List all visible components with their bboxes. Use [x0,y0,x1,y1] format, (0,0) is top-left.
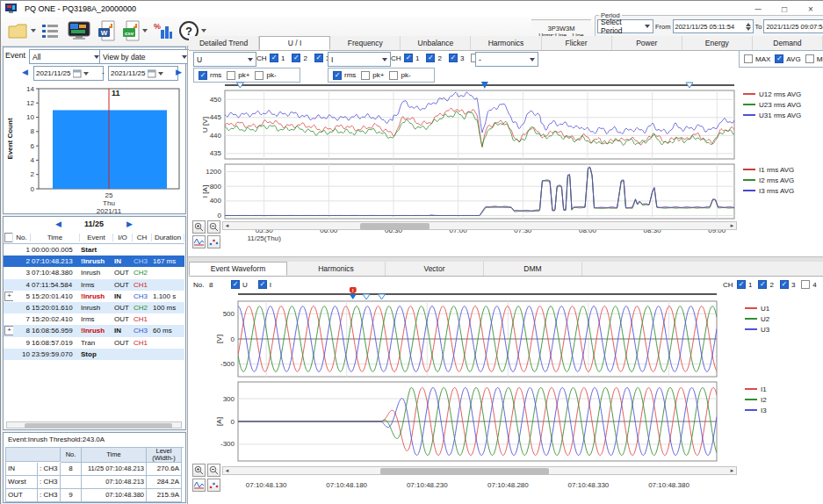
agg-min[interactable]: MIN [805,54,823,63]
checkbox-icon[interactable] [255,71,264,80]
checkbox-icon[interactable]: ✓ [449,54,458,62]
wave-marker-tool-button[interactable] [207,479,220,492]
i-ch-3[interactable]: ✓3 [449,54,464,62]
prev-day-button[interactable]: ◀ [22,68,28,76]
agg-max[interactable]: MAX [744,54,770,63]
date-from-field[interactable]: 2021/11/25 [33,66,104,81]
checkbox-icon[interactable] [227,71,235,80]
wave-zoom-in-button[interactable] [192,464,206,477]
event-row-10[interactable]: 1023:59:59.070Stop [4,349,184,360]
prev-list-day-button[interactable]: ◀ [55,220,61,228]
wave-zoom-out-button[interactable] [207,464,220,477]
checkbox-icon[interactable]: ✓ [270,54,278,62]
event-row-2[interactable]: 207:10:48.213!InrushINCH3167 ms [4,256,184,267]
checkbox-icon[interactable]: ✓ [292,54,300,62]
expand-cell[interactable]: + [4,292,13,301]
trend-zoom-in-button[interactable] [192,220,206,234]
event-row-9[interactable]: 916:08:57.019TranOUTCH1 [4,337,184,349]
agg-avg[interactable]: ✓AVG [775,54,800,63]
tab-energy[interactable]: Energy [682,36,753,50]
checkbox-icon[interactable] [805,54,814,63]
open-dropdown[interactable] [31,19,36,42]
waveform-scrollbar[interactable]: ◄ ► [222,466,737,475]
tab-vector[interactable]: Vector [386,262,484,276]
next-day-button[interactable]: ▶ [176,68,182,76]
scroll-right-icon[interactable]: ► [728,222,736,229]
checkbox-icon[interactable]: ✓ [404,54,413,62]
checkbox-icon[interactable] [389,71,398,80]
tab-dmm[interactable]: DMM [484,262,582,276]
tab-flicker[interactable]: Flicker [542,36,612,50]
trend-zoom-out-button[interactable] [207,220,220,234]
i-stat-rms[interactable]: ✓rms [333,71,356,80]
u-ch-1[interactable]: ✓1 [270,54,285,62]
csv-export-button[interactable]: csv [122,19,141,42]
spinner-icon[interactable] [746,23,751,31]
checkbox-icon[interactable]: ✓ [775,54,783,63]
trend-wave-tool-button[interactable] [192,235,206,248]
screen-copy-button[interactable] [68,19,90,42]
i-ch-1[interactable]: ✓1 [404,54,419,62]
checkbox-icon[interactable] [744,54,753,63]
trend-scrollbar[interactable]: ◄ ► [222,221,737,230]
next-list-day-button[interactable]: ▶ [126,220,133,228]
scrollbar-thumb[interactable] [360,223,430,230]
open-button[interactable] [8,19,29,42]
u-stat-pk-[interactable]: pk- [255,71,276,80]
event-row-7[interactable]: 715:20:02.410IrmsOUTCH1 [4,313,184,325]
event-row-4[interactable]: 407:11:54.584IrmsOUTCH1 [4,279,184,291]
extra-parameter-select[interactable]: - [475,52,538,67]
scrollbar-thumb[interactable] [380,468,549,475]
event-list-button[interactable] [41,19,59,42]
scrollbar-thumb[interactable] [25,423,172,428]
u-parameter-select[interactable]: U [193,52,256,67]
event-row-6[interactable]: 615:20:01.610InrushOUTCH2100 ms [4,302,184,313]
event-row-5[interactable]: +515:20:01.410!InrushINCH31.100 s [4,291,184,302]
event-row-3[interactable]: 307:10:48.380InrushOUTCH2 [4,267,184,278]
event-filter-select[interactable]: All [29,49,103,64]
from-datetime-field[interactable]: 2021/11/25 05:11:54 [673,19,754,33]
event-count-chart[interactable]: 0246810121411Event Count25Thu2021/11 [4,82,184,213]
tab-unbalance[interactable]: Unbalance [401,36,471,50]
checkbox-icon[interactable]: ✓ [426,54,435,62]
scroll-right-icon[interactable]: ► [728,467,736,474]
i-stat-pk+[interactable]: pk+ [361,71,384,80]
scroll-left-icon[interactable]: ◄ [223,222,231,229]
checkbox-icon[interactable]: ✓ [314,54,323,62]
wave-wave-tool-button[interactable] [192,479,206,492]
trend-marker-tool-button[interactable] [207,235,220,248]
tab-demand[interactable]: Demand [753,36,823,50]
expand-all-box-icon[interactable] [4,233,13,242]
period-select[interactable]: Select Period [597,19,653,33]
event-row-1[interactable]: 100:00:00.005Start [4,244,184,256]
expand-cell[interactable]: + [4,326,13,335]
u-ch-2[interactable]: ✓2 [292,54,307,62]
i-stat-pk-[interactable]: pk- [389,71,410,80]
event-list-scrollbar[interactable] [6,421,182,428]
expand-icon[interactable]: + [4,326,13,335]
tab-harmonics[interactable]: Harmonics [287,262,386,276]
tab-frequency[interactable]: Frequency [330,36,401,50]
view-mode-select[interactable]: View by date [99,49,191,64]
event-row-8[interactable]: +816:08:56.959!InrushINCH360 ms [4,325,184,336]
expand-all-icon[interactable] [4,233,13,242]
i-ch-2[interactable]: ✓2 [426,54,441,62]
tab-harmonics[interactable]: Harmonics [471,36,541,50]
u-stat-rms[interactable]: ✓rms [199,71,221,80]
scroll-left-icon[interactable]: ◄ [223,467,231,474]
tab-power[interactable]: Power [612,36,682,50]
percent-graph-button[interactable]: % [152,19,173,42]
checkbox-icon[interactable]: ✓ [333,71,342,80]
u-stat-pk+[interactable]: pk+ [227,71,249,80]
word-report-button[interactable]: W [97,19,117,42]
date-to-field[interactable]: 2021/11/25 [108,66,178,81]
checkbox-icon[interactable]: ✓ [199,71,207,80]
tab-event-waveform[interactable]: Event Waveform [189,262,287,276]
tab-detailed-trend[interactable]: Detailed Trend [189,36,259,50]
expand-icon[interactable]: + [4,292,13,301]
i-parameter-select[interactable]: I [328,52,391,67]
tab-u-i[interactable]: U / I [259,36,330,50]
to-datetime-field[interactable]: 2021/11/25 09:07:54 [763,19,823,33]
checkbox-icon[interactable] [361,71,370,80]
csv-dropdown[interactable] [142,19,148,42]
